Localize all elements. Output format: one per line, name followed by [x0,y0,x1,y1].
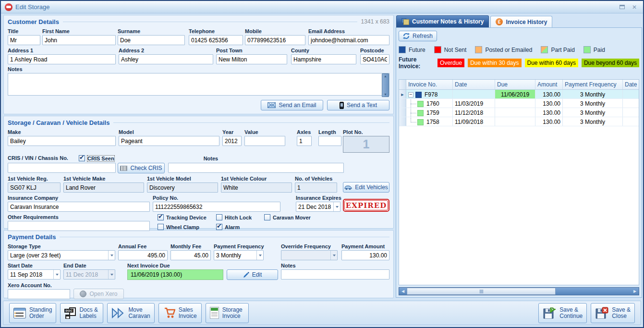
payment-frequency-cell[interactable]: 3 Monthly [563,117,623,126]
restore-window-button[interactable] [617,4,627,11]
policy-no-input[interactable] [153,202,280,212]
no-of-vehicles-input[interactable] [295,182,337,193]
mobile-input[interactable] [245,35,305,45]
invoice-child-row[interactable]: 1760 11/03/2019 130.00 3 Monthly [399,99,639,108]
first-name-input[interactable] [42,35,116,45]
storage-type-input[interactable] [8,250,115,260]
send-email-button[interactable]: Send an Email [261,100,323,110]
xero-account-input[interactable] [8,289,70,299]
date-cell[interactable]: 11/09/2018 [453,117,495,126]
other-requirements-input[interactable] [8,221,150,231]
close-window-button[interactable]: ✕ [630,4,639,11]
telephone-input[interactable] [189,35,243,45]
date-emailed-cell[interactable] [623,117,639,126]
edit-vehicles-button[interactable]: Edit Vehicles [343,182,389,193]
invoice-no-cell[interactable]: 1760 [406,99,453,108]
date-cell[interactable]: 11/03/2019 [453,99,495,108]
chevron-down-icon[interactable] [108,251,115,260]
payment-frequency-cell[interactable]: 3 Monthly [563,90,623,98]
date-cell[interactable] [453,90,495,98]
due-cell[interactable] [495,117,535,126]
wheel-clamp-checkbox-row[interactable]: Wheel Clamp [158,224,216,230]
postcode-input[interactable] [360,54,389,64]
invoice-grid-header[interactable]: Invoice No. Date Due Amount Payment Freq… [399,80,639,90]
edit-button[interactable]: Edit [227,269,278,280]
cris-seen-checkbox[interactable] [79,155,85,161]
payment-notes-input[interactable] [281,269,389,279]
make-input[interactable] [8,136,116,146]
post-town-input[interactable] [216,54,287,64]
alarm-checkbox[interactable] [216,224,222,230]
invoice-child-row[interactable]: 1758 11/09/2018 130.00 3 Monthly [399,117,639,126]
invoice-no-cell[interactable]: F978 [406,90,453,98]
cris-input[interactable] [8,163,116,173]
vehicle-model-input[interactable] [147,182,218,193]
surname-input[interactable] [118,35,185,45]
payment-frequency-combo[interactable] [214,250,264,260]
annual-fee-input[interactable] [118,250,168,260]
wheel-clamp-checkbox[interactable] [158,224,164,230]
payment-frequency-cell[interactable]: 3 Monthly [563,108,623,117]
invoice-no-cell[interactable]: 1758 [406,117,453,126]
invoice-child-row[interactable]: 1759 11/12/2018 130.00 3 Monthly [399,108,639,117]
amount-cell[interactable]: 130.00 [535,108,563,117]
standing-order-button[interactable]: Standing Order [9,303,56,323]
invoice-parent-row[interactable]: ► F978 11/06/2019 130.00 3 Monthly [399,90,639,99]
county-input[interactable] [291,54,356,64]
tracking-device-checkbox[interactable] [158,214,164,220]
chevron-down-icon[interactable] [333,202,340,211]
hitch-lock-checkbox-row[interactable]: Hitch Lock [216,214,264,220]
caravan-mover-checkbox[interactable] [264,214,270,220]
title-input[interactable] [8,35,40,45]
value-input[interactable] [244,136,285,146]
col-amount[interactable]: Amount [535,80,563,89]
move-caravan-button[interactable]: Move Caravan [107,303,154,323]
invoice-no-cell[interactable]: 1759 [406,108,453,117]
col-date[interactable]: Date [453,80,495,89]
check-cris-button[interactable]: Check CRIS [118,163,165,173]
email-input[interactable] [308,35,389,45]
tab-customer-notes-history[interactable]: Customer Notes & History [396,15,489,27]
docs-labels-button[interactable]: DOC Docs & Labels [60,303,103,323]
payment-amount-input[interactable] [341,250,389,260]
collapse-icon[interactable] [408,92,413,97]
date-emailed-cell[interactable] [623,108,639,117]
vehicle-colour-input[interactable] [221,182,292,193]
alarm-checkbox-row[interactable]: Alarm [216,224,264,230]
date-emailed-cell[interactable] [623,90,639,98]
vehicle-reg-input[interactable] [8,182,61,193]
date-emailed-cell[interactable] [623,99,639,108]
amount-cell[interactable]: 130.00 [535,99,563,108]
col-date-emailed[interactable]: Date Ema [623,80,639,89]
address2-input[interactable] [119,54,213,64]
model-input[interactable] [119,136,219,146]
payment-frequency-cell[interactable]: 3 Monthly [563,99,623,108]
title-bar[interactable]: Edit Storage ✕ [1,1,643,13]
due-cell[interactable] [495,108,535,117]
due-cell[interactable]: 11/06/2019 [495,90,535,98]
caravan-mover-checkbox-row[interactable]: Caravan Mover [264,214,322,220]
send-text-button[interactable]: Send a Text [327,100,389,110]
save-continue-button[interactable]: Save & Continue [538,303,587,323]
save-close-button[interactable]: Save & Close [591,303,635,323]
customer-notes-input[interactable] [8,73,389,96]
start-date-combo[interactable] [8,269,61,279]
amount-cell[interactable]: 130.00 [535,117,563,126]
col-payment-frequency[interactable]: Payment Frequency [563,80,623,89]
chevron-down-icon[interactable] [256,251,263,260]
tab-invoice-history[interactable]: £ Invoice History [490,16,552,27]
scrollbar-thumb[interactable] [407,288,556,295]
address1-input[interactable] [8,54,116,64]
cris-seen-label[interactable]: CRIS Seen [87,156,114,161]
tracking-device-checkbox-row[interactable]: Tracking Device [158,214,216,220]
notes-scrollbar[interactable] [382,73,389,97]
sales-invoice-button[interactable]: Sales Invoice [158,303,202,323]
scroll-left-icon[interactable]: ◀ [399,288,407,295]
amount-cell[interactable]: 130.00 [535,90,563,98]
insurance-company-input[interactable] [8,202,150,212]
axles-input[interactable] [297,136,312,146]
year-input[interactable] [222,136,242,146]
col-due[interactable]: Due [495,80,535,89]
grid-horizontal-scrollbar[interactable]: ◀ ▶ [399,287,639,295]
length-input[interactable] [318,136,341,146]
